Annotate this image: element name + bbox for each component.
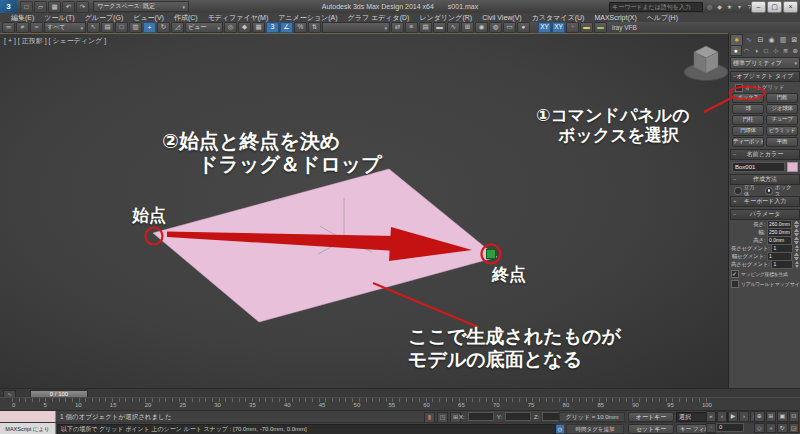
snap-toggle-icon[interactable]: 3: [266, 22, 279, 33]
parameter-spinner[interactable]: [795, 245, 799, 252]
unlink-selection-icon[interactable]: ≠: [16, 22, 29, 33]
menu-item[interactable]: アニメーション(A): [273, 13, 342, 23]
parameter-spinner[interactable]: [794, 237, 799, 244]
menu-item[interactable]: Civil View(V): [477, 14, 527, 21]
render-production-icon[interactable]: ●: [517, 22, 530, 33]
rendered-frame-icon[interactable]: ▭: [503, 22, 516, 33]
subtab-shapes[interactable]: ◠: [742, 46, 752, 55]
angle-snap-icon[interactable]: ∠: [280, 22, 293, 33]
primitive-button[interactable]: 球: [732, 104, 764, 114]
go-to-start-icon[interactable]: «: [706, 411, 716, 422]
menu-item[interactable]: グラフ エディタ(D): [343, 13, 415, 23]
parameter-field[interactable]: 1: [771, 260, 792, 269]
reference-coordinate-dropdown[interactable]: ビュー: [185, 22, 223, 33]
autogrid-checkbox[interactable]: [735, 84, 743, 92]
track-red-icon[interactable]: +: [566, 22, 579, 33]
orbit-icon[interactable]: ↻: [777, 423, 788, 434]
zoom-icon[interactable]: ⊕: [754, 411, 765, 422]
viewport[interactable]: [ + ] [ 正投影 ] [ シェーディング ]: [0, 33, 728, 389]
material-editor-icon[interactable]: ◉: [475, 22, 488, 33]
option-checkbox[interactable]: [731, 280, 739, 288]
previous-frame-icon[interactable]: ‹: [717, 411, 727, 422]
play-icon[interactable]: ▶: [728, 411, 738, 422]
select-and-move-icon[interactable]: ＋: [143, 22, 156, 33]
parameter-spinner[interactable]: [794, 229, 799, 236]
select-and-scale-icon[interactable]: ◿: [171, 22, 184, 33]
viewcube[interactable]: [680, 40, 728, 88]
menu-item[interactable]: ビュー(V): [128, 13, 169, 23]
primitive-button[interactable]: 円柱: [732, 115, 764, 125]
keyboard-override-icon[interactable]: ▦: [252, 22, 265, 33]
parameter-spinner[interactable]: [795, 261, 799, 268]
selection-filter-dropdown[interactable]: すべて: [44, 22, 86, 33]
named-selection-sets-dropdown[interactable]: [322, 22, 390, 33]
window-crossing-icon[interactable]: ▥: [129, 22, 142, 33]
spinner-snap-icon[interactable]: ⇅: [308, 22, 321, 33]
select-by-name-icon[interactable]: ▤: [101, 22, 114, 33]
menu-item[interactable]: MAXScript(X): [589, 14, 641, 21]
zoom-extents-all-icon[interactable]: ⊡: [789, 411, 800, 422]
subtab-helpers[interactable]: ⊹: [771, 46, 781, 55]
name-color-rollout[interactable]: 名前とカラー: [730, 149, 800, 160]
sign-in-icon[interactable]: ▾: [735, 3, 744, 11]
search-icon[interactable]: ◎: [705, 3, 714, 11]
ribbon-toggle-icon[interactable]: ▬: [433, 22, 446, 33]
track-yellow-icon[interactable]: ▬: [580, 22, 593, 33]
iray-vfb-button[interactable]: iray VFB: [608, 24, 641, 31]
primitive-button[interactable]: 平面: [766, 137, 798, 147]
subtab-systems[interactable]: ⊛: [790, 46, 800, 55]
maximize-viewport-icon[interactable]: ◲: [789, 423, 800, 434]
key-toggle-icon[interactable]: ◦: [706, 423, 716, 433]
zoom-all-icon[interactable]: ⊞: [766, 411, 777, 422]
subtab-spacewarps[interactable]: ≋: [781, 46, 791, 55]
redo-icon[interactable]: ↷: [76, 1, 89, 13]
favorites-icon[interactable]: ★: [725, 3, 734, 11]
primitive-button[interactable]: ジオ球体: [766, 104, 798, 114]
zoom-extents-icon[interactable]: ▣: [777, 411, 788, 422]
menu-item[interactable]: 作成(C): [169, 13, 203, 23]
fov-icon[interactable]: ◇: [754, 423, 765, 434]
subtab-lights[interactable]: ◑: [751, 46, 761, 55]
subtab-geometry[interactable]: ●: [730, 45, 742, 56]
percent-snap-icon[interactable]: %: [294, 22, 307, 33]
coordinate-field[interactable]: [468, 412, 494, 421]
primitive-button[interactable]: ボックス: [732, 93, 764, 103]
layer-manager-icon[interactable]: ▤: [419, 22, 432, 33]
tab-hierarchy[interactable]: ⊟: [755, 35, 766, 45]
pan-icon[interactable]: ＋: [766, 423, 777, 434]
mirror-icon[interactable]: ⇄: [391, 22, 404, 33]
subtab-cameras[interactable]: □: [761, 46, 771, 55]
object-name-field[interactable]: Box001: [732, 162, 785, 172]
primitive-button[interactable]: 円環体: [732, 126, 764, 136]
primitive-button[interactable]: 円錐: [766, 93, 798, 103]
menu-item[interactable]: ヘルプ(H): [642, 13, 683, 23]
menu-item[interactable]: グループ(G): [80, 13, 129, 23]
timeline-ruler[interactable]: 0510152025303540455055606570758085909510…: [0, 397, 800, 411]
current-frame-field[interactable]: 0: [716, 423, 744, 432]
select-object-icon[interactable]: ↖: [87, 22, 100, 33]
menu-item[interactable]: モディファイヤ(M): [203, 13, 274, 23]
xview-toggle-icon[interactable]: XY: [538, 22, 551, 33]
select-and-manipulate-icon[interactable]: ◆: [238, 22, 251, 33]
align-icon[interactable]: ≡: [405, 22, 418, 33]
undo-icon[interactable]: ↶: [62, 1, 75, 13]
minimize-button[interactable]: –: [751, 1, 766, 13]
viewport-label[interactable]: [ + ] [ 正投影 ] [ シェーディング ]: [4, 36, 106, 46]
workspace-dropdown[interactable]: ワークスペース: 既定: [93, 1, 189, 12]
menu-item[interactable]: ツール(T): [39, 13, 79, 23]
object-type-rollout[interactable]: オブジェクト タイプ: [730, 71, 800, 82]
select-and-link-icon[interactable]: ∞: [2, 22, 15, 33]
primitive-button[interactable]: チューブ: [766, 115, 798, 125]
menu-item[interactable]: カスタマイズ(U): [527, 13, 590, 23]
object-color-swatch[interactable]: [787, 162, 798, 172]
curve-editor-icon[interactable]: ∿: [447, 22, 460, 33]
option-checkbox[interactable]: [731, 270, 739, 278]
primitive-button[interactable]: ティーポット: [732, 137, 764, 147]
next-frame-icon[interactable]: ›: [739, 411, 749, 422]
app-logo-icon[interactable]: 3: [0, 0, 17, 13]
close-button[interactable]: ×: [783, 1, 798, 13]
open-file-icon[interactable]: ▱: [34, 1, 47, 13]
save-file-icon[interactable]: ▦: [48, 1, 61, 13]
tab-motion[interactable]: ◉: [766, 35, 777, 45]
tab-create[interactable]: ∗: [730, 34, 743, 45]
